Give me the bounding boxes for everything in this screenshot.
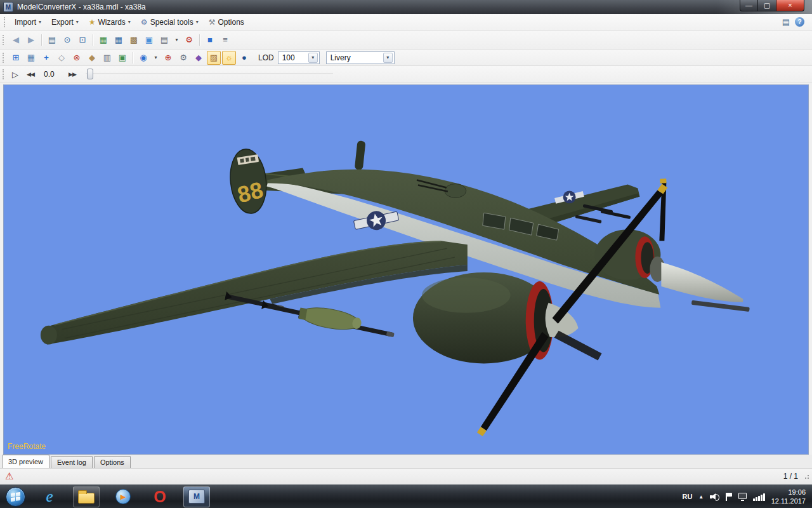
- lod-label: LOD: [258, 53, 274, 62]
- toolbar-grip[interactable]: [4, 17, 6, 27]
- separator: [133, 52, 133, 64]
- slider-thumb[interactable]: [87, 69, 93, 79]
- internet-explorer-icon: e: [46, 488, 53, 505]
- play-icon[interactable]: ▷: [8, 67, 22, 81]
- animation-toolbar: ▷ ◀◀ 0.0 ▶▶: [0, 66, 812, 83]
- image-tool-icon[interactable]: ▣: [142, 33, 156, 47]
- globe-icon[interactable]: ●: [237, 51, 251, 65]
- fast-forward-icon[interactable]: ▶▶: [64, 67, 81, 81]
- close-button[interactable]: ×: [776, 0, 804, 11]
- render-icon[interactable]: ⚙: [182, 33, 196, 47]
- language-indicator[interactable]: RU: [682, 493, 692, 500]
- propeller-spinner-cone: [661, 262, 743, 302]
- material-editor-icon[interactable]: ▩: [127, 33, 141, 47]
- warning-icon[interactable]: ⚠: [5, 471, 13, 482]
- main-toolbar: ◀ ▶ ▤ ⊙ ⊡ ▦ ▦ ▩ ▣ ▤ ▾ ⚙ ■ ≡: [0, 30, 812, 50]
- opera-icon: O: [154, 488, 166, 506]
- tab-event-log[interactable]: Event log: [51, 456, 93, 468]
- measure-icon[interactable]: ◇: [55, 51, 69, 65]
- toolbar-grip[interactable]: [3, 53, 5, 63]
- tools-icon: ⚒: [209, 18, 216, 27]
- earth-icon[interactable]: ◉: [136, 51, 150, 65]
- right-wing-store: [600, 210, 631, 219]
- modelconverterx-window: M ModelConverterX - xa38a.mdl - xa38a — …: [0, 0, 812, 508]
- effects-icon[interactable]: ⊕: [161, 51, 175, 65]
- menu-special-tools[interactable]: ⚙ Special tools ▾: [136, 16, 204, 29]
- menu-export[interactable]: Export ▾: [46, 16, 84, 29]
- vertex-table-icon[interactable]: ▦: [112, 33, 126, 47]
- taskbar-internet-explorer[interactable]: e: [36, 486, 63, 507]
- screenshot-icon[interactable]: ▣: [115, 51, 129, 65]
- toolbar-grip[interactable]: [3, 35, 5, 45]
- forward-icon[interactable]: ▶: [24, 33, 38, 47]
- texture-table-icon[interactable]: ▦: [96, 33, 110, 47]
- window-title: ModelConverterX - xa38a.mdl - xa38a: [17, 3, 146, 11]
- separator: [41, 34, 42, 46]
- taskbar: e ▶ O M RU ▲ 19:06 12.11.2017: [0, 485, 812, 508]
- menu-import[interactable]: Import ▾: [10, 16, 46, 29]
- panel-layout-icon[interactable]: ▤: [782, 17, 790, 27]
- volume-icon[interactable]: [710, 493, 719, 501]
- scenery-object-icon[interactable]: ◆: [192, 51, 206, 65]
- taskbar-modelconverterx[interactable]: M: [183, 486, 210, 507]
- livery-combobox[interactable]: Livery ▾: [326, 51, 395, 64]
- cut-icon[interactable]: ⊗: [70, 51, 84, 65]
- maximize-button[interactable]: ▢: [758, 0, 776, 11]
- action-center-icon[interactable]: [726, 493, 732, 501]
- sun-icon[interactable]: ☼: [222, 51, 236, 65]
- new-document-icon[interactable]: ▤: [45, 33, 59, 47]
- toolbar-grip[interactable]: [3, 69, 5, 79]
- title-bar[interactable]: M ModelConverterX - xa38a.mdl - xa38a — …: [0, 0, 812, 14]
- copy-icon[interactable]: ▥: [100, 51, 114, 65]
- menu-bar-right: ▤ ?: [782, 17, 809, 27]
- gears-icon[interactable]: ⚙: [176, 51, 190, 65]
- tab-3d-preview[interactable]: 3D preview: [2, 455, 49, 468]
- taskbar-clock[interactable]: 19:06 12.11.2017: [771, 488, 806, 506]
- gear-icon: ⚙: [141, 18, 148, 27]
- chevron-down-icon: ▾: [128, 19, 131, 25]
- media-player-icon: ▶: [115, 489, 131, 504]
- menu-wizards[interactable]: ★ Wizards ▾: [84, 16, 136, 29]
- zoom-extents-icon[interactable]: ⊞: [9, 51, 23, 65]
- modelconverterx-icon: M: [188, 490, 205, 504]
- back-icon[interactable]: ◀: [9, 33, 23, 47]
- slider-track[interactable]: [86, 74, 333, 75]
- zoom-fit-icon[interactable]: ⊡: [75, 33, 89, 47]
- propeller-blade-front: [554, 331, 602, 361]
- earth-options-caret-icon[interactable]: ▾: [152, 51, 160, 65]
- animation-slider[interactable]: [86, 68, 333, 81]
- windows-flag-icon: [11, 491, 20, 501]
- show-hidden-icons[interactable]: ▲: [698, 494, 704, 500]
- grid-icon[interactable]: ▦: [24, 51, 38, 65]
- axes-icon[interactable]: +: [39, 51, 53, 65]
- start-button[interactable]: [6, 487, 25, 507]
- save-options-caret-icon[interactable]: ▾: [173, 33, 181, 47]
- menu-options-label: Options: [218, 18, 244, 27]
- menu-options[interactable]: ⚒ Options: [204, 16, 249, 29]
- view-mode-label: FreeRotate: [8, 442, 46, 451]
- antenna-mast: [355, 140, 366, 170]
- 3d-preview-viewport[interactable]: 88: [3, 84, 809, 455]
- resize-grip[interactable]: [804, 473, 811, 479]
- minimize-button[interactable]: —: [740, 0, 758, 11]
- ground-texture-icon[interactable]: ▨: [207, 51, 221, 65]
- network-icon[interactable]: [753, 493, 765, 501]
- help-icon[interactable]: ?: [795, 17, 804, 27]
- lod-combo-arrow-icon[interactable]: ▾: [308, 53, 318, 63]
- event-log-icon[interactable]: ≡: [218, 33, 232, 47]
- zoom-icon[interactable]: ⊙: [60, 33, 74, 47]
- object-icon[interactable]: ◆: [85, 51, 99, 65]
- blue-panel-icon[interactable]: ■: [203, 33, 217, 47]
- taskbar-file-explorer[interactable]: [73, 486, 100, 507]
- taskbar-media-player[interactable]: ▶: [110, 486, 136, 507]
- save-icon[interactable]: ▤: [157, 33, 171, 47]
- livery-combo-arrow-icon[interactable]: ▾: [383, 53, 393, 63]
- rewind-icon[interactable]: ◀◀: [22, 67, 39, 81]
- taskbar-opera[interactable]: O: [147, 486, 173, 507]
- menu-bar: Import ▾ Export ▾ ★ Wizards ▾ ⚙ Special …: [0, 14, 812, 30]
- display-icon[interactable]: [738, 493, 747, 499]
- lod-combobox[interactable]: 100 ▾: [278, 51, 320, 64]
- right-wing-store: [575, 215, 602, 224]
- aircraft-model: 88: [4, 85, 808, 454]
- tab-options[interactable]: Options: [94, 456, 131, 468]
